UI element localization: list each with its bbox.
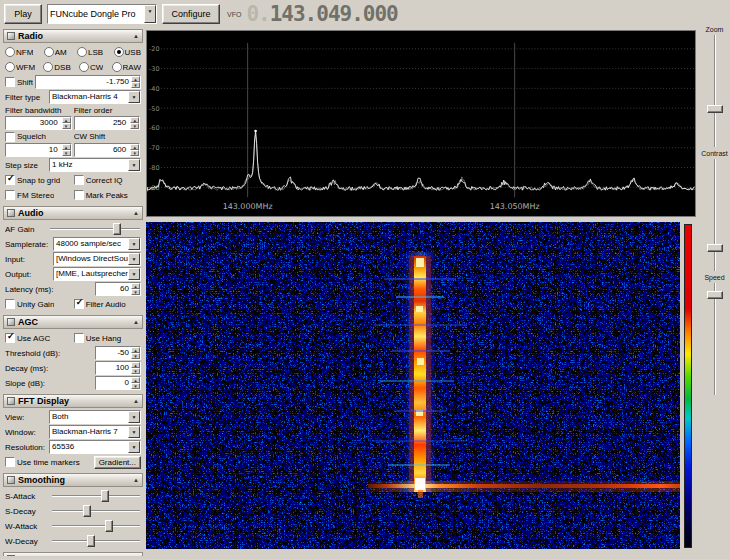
dropdown-arrow-icon[interactable]: ▼ [128, 441, 140, 453]
slider-thumb[interactable] [101, 490, 109, 502]
spectrum-display[interactable]: -20 -30 -40 -50 -60 -70 -80 -90 143.000M… [146, 30, 696, 217]
dropdown-arrow-icon[interactable]: ▼ [144, 5, 156, 23]
slider-thumb[interactable] [707, 244, 723, 252]
fm-stereo-toggle[interactable]: FM Stereo [5, 190, 72, 200]
view-select[interactable]: Both ▼ [49, 410, 141, 424]
snap-to-grid-toggle[interactable]: Snap to grid [5, 175, 72, 185]
dropdown-arrow-icon[interactable]: ▼ [128, 238, 140, 250]
slider-track[interactable] [714, 35, 716, 147]
play-button[interactable]: Play [4, 4, 42, 24]
unity-gain-checkbox[interactable] [5, 299, 15, 309]
collapse-chevron-icon[interactable]: ▲ [133, 319, 139, 325]
slider-thumb[interactable] [113, 223, 121, 235]
resolution-select[interactable]: 65536 ▼ [49, 440, 141, 454]
input-select[interactable]: [Windows DirectSound] ▼ [53, 252, 141, 266]
spinner[interactable]: ▴▾ [130, 144, 139, 156]
collapsed-section-bar[interactable]: ▼ [3, 552, 143, 556]
spin-down-icon[interactable]: ▾ [130, 150, 139, 156]
spinner[interactable]: ▴▾ [131, 347, 140, 359]
spin-down-icon[interactable]: ▾ [62, 123, 71, 129]
spinner[interactable]: ▴▾ [130, 117, 139, 129]
speed-slider[interactable] [706, 282, 724, 396]
collapse-chevron-icon[interactable]: ▲ [133, 477, 139, 483]
device-select[interactable]: FUNcube Dongle Pro ▼ [47, 4, 157, 24]
s-decay-slider[interactable] [51, 504, 141, 518]
spinner[interactable]: ▴▾ [62, 117, 71, 129]
s-attack-slider[interactable] [51, 489, 141, 503]
dropdown-arrow-icon[interactable]: ▼ [128, 253, 140, 265]
spin-down-icon[interactable]: ▾ [131, 383, 140, 389]
waterfall-display[interactable] [146, 222, 680, 549]
gradient-button[interactable]: Gradient... [94, 456, 141, 469]
af-gain-slider[interactable] [49, 222, 141, 236]
correct-iq-toggle[interactable]: Correct IQ [74, 175, 141, 185]
correct-iq-checkbox[interactable] [74, 175, 84, 185]
zoom-slider[interactable] [706, 34, 724, 148]
spinner[interactable]: ▴▾ [131, 76, 140, 88]
squelch-toggle[interactable]: Squelch [5, 132, 72, 142]
dropdown-arrow-icon[interactable]: ▼ [128, 268, 140, 280]
step-size-select[interactable]: 1 kHz ▼ [49, 158, 141, 172]
squelch-input[interactable]: 10 ▴▾ [5, 143, 72, 157]
filter-bandwidth-input[interactable]: 3000 ▴▾ [5, 116, 72, 130]
w-attack-slider[interactable] [51, 519, 141, 533]
filter-audio-toggle[interactable]: Filter Audio [74, 299, 141, 309]
unity-gain-toggle[interactable]: Unity Gain [5, 299, 72, 309]
dropdown-arrow-icon[interactable]: ▼ [128, 426, 140, 438]
filter-audio-checkbox[interactable] [74, 299, 84, 309]
fm-stereo-checkbox[interactable] [5, 190, 15, 200]
spinner[interactable]: ▴▾ [131, 377, 140, 389]
snap-to-grid-checkbox[interactable] [5, 175, 15, 185]
configure-button[interactable]: Configure [162, 4, 220, 24]
dropdown-arrow-icon[interactable]: ▼ [128, 91, 140, 103]
spin-down-icon[interactable]: ▾ [131, 82, 140, 88]
slider-track[interactable] [50, 228, 140, 230]
agc-section-header[interactable]: AGC ▲ [3, 315, 143, 329]
spin-down-icon[interactable]: ▾ [131, 353, 140, 359]
fft-section-header[interactable]: FFT Display ▲ [3, 394, 143, 408]
spinner[interactable]: ▴▾ [62, 144, 71, 156]
w-decay-slider[interactable] [51, 534, 141, 548]
mode-option-lsb[interactable]: LSB [77, 47, 103, 57]
time-markers-checkbox[interactable] [5, 457, 15, 467]
slider-track[interactable] [52, 540, 140, 542]
slider-thumb[interactable] [707, 105, 723, 113]
spin-down-icon[interactable]: ▾ [62, 150, 71, 156]
slider-thumb[interactable] [105, 520, 113, 532]
shift-checkbox[interactable] [5, 77, 15, 87]
collapse-chevron-icon[interactable]: ▲ [133, 210, 139, 216]
use-agc-toggle[interactable]: Use AGC [5, 333, 72, 343]
window-select[interactable]: Blackman-Harris 7 ▼ [49, 425, 141, 439]
slider-track[interactable] [714, 283, 716, 395]
filter-type-select[interactable]: Blackman-Harris 4 ▼ [49, 90, 141, 104]
mode-option-dsb[interactable]: DSB [43, 62, 70, 72]
slider-thumb[interactable] [87, 535, 95, 547]
collapse-chevron-icon[interactable]: ▲ [133, 398, 139, 404]
use-hang-toggle[interactable]: Use Hang [74, 333, 141, 343]
samplerate-select[interactable]: 48000 sample/sec ▼ [53, 237, 141, 251]
smoothing-section-header[interactable]: Smoothing ▲ [3, 473, 143, 487]
spin-down-icon[interactable]: ▾ [131, 368, 140, 374]
slider-thumb[interactable] [707, 291, 723, 299]
slider-track[interactable] [714, 159, 716, 271]
slider-track[interactable] [52, 525, 140, 527]
latency-input[interactable]: 60 ▴▾ [95, 282, 141, 296]
mode-option-am[interactable]: AM [44, 47, 67, 57]
frequency-display[interactable]: 0.143.049.000 [246, 2, 397, 26]
output-select[interactable]: [MME, Lautsprecher] ▼ [53, 267, 141, 281]
dropdown-arrow-icon[interactable]: ▼ [128, 159, 140, 171]
spinner[interactable]: ▴▾ [131, 362, 140, 374]
time-markers-toggle[interactable]: Use time markers [5, 457, 92, 467]
audio-section-header[interactable]: Audio ▲ [3, 206, 143, 220]
slider-thumb[interactable] [83, 505, 91, 517]
slider-track[interactable] [52, 510, 140, 512]
slider-track[interactable] [52, 495, 140, 497]
squelch-checkbox[interactable] [5, 132, 15, 142]
spin-down-icon[interactable]: ▾ [130, 123, 139, 129]
shift-input[interactable]: -1.750 ▴▾ [35, 75, 141, 89]
threshold-input[interactable]: -50 ▴▾ [95, 346, 141, 360]
collapse-chevron-icon[interactable]: ▲ [133, 33, 139, 39]
mode-option-cw[interactable]: CW [79, 62, 103, 72]
use-agc-checkbox[interactable] [5, 333, 15, 343]
slope-input[interactable]: 0 ▴▾ [95, 376, 141, 390]
